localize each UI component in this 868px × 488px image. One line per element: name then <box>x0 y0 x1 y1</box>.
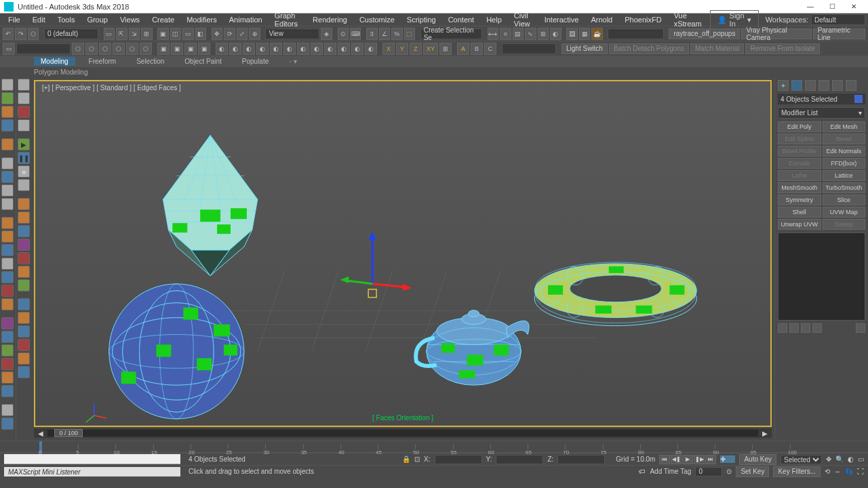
viewport-label[interactable]: [+] [ Perspective ] [ Standard ] [ Edged… <box>42 84 181 92</box>
pause-icon[interactable]: ❚❚ <box>18 152 30 164</box>
side-icon[interactable] <box>1 244 14 256</box>
modifier-button[interactable]: Edit Poly <box>778 121 821 132</box>
menu-interactive[interactable]: Interactive <box>539 14 585 25</box>
snap-toggle-icon[interactable]: 3 <box>366 28 377 40</box>
side-icon[interactable] <box>18 366 30 378</box>
perspective-viewport[interactable]: [+] [ Perspective ] [ Standard ] [ Edged… <box>34 80 772 427</box>
redo-icon[interactable]: ↷ <box>15 28 26 40</box>
tb2-v[interactable]: ◐ <box>365 43 377 55</box>
side-icon[interactable] <box>1 258 14 270</box>
side-icon[interactable] <box>1 285 14 297</box>
menu-customize[interactable]: Customize <box>354 14 400 25</box>
key-mode-select[interactable]: Selected <box>781 455 822 464</box>
side-icon[interactable] <box>18 92 30 104</box>
modifier-stack[interactable] <box>778 232 865 321</box>
side-icon[interactable] <box>18 298 30 310</box>
side-icon[interactable] <box>1 119 14 131</box>
tb2-f[interactable]: ⬡ <box>140 43 152 55</box>
layers-icon[interactable]: ▤ <box>513 28 524 40</box>
remove-isolate-button[interactable]: Remove From Isolate <box>745 43 820 54</box>
scale-icon[interactable]: ⤢ <box>237 28 248 40</box>
named-selset-combo[interactable]: Create Selection Se <box>420 28 482 39</box>
percent-snap-icon[interactable]: % <box>391 28 402 40</box>
side-icon[interactable] <box>18 266 30 278</box>
tb2-u[interactable]: ◐ <box>351 43 363 55</box>
configure-sets-icon[interactable] <box>856 323 865 333</box>
use-center-icon[interactable]: ◈ <box>321 28 332 40</box>
menu-civilview[interactable]: Civil View <box>509 10 538 29</box>
modifier-button[interactable]: Shell <box>778 207 821 218</box>
match-material-button[interactable]: Match Material <box>690 43 745 54</box>
modifier-button[interactable]: Edit Normals <box>823 146 866 157</box>
menu-file[interactable]: File <box>3 14 26 25</box>
link-icon[interactable]: ⬡ <box>28 28 39 40</box>
side-icon[interactable] <box>1 198 14 210</box>
modifier-button[interactable]: Lattice <box>823 170 866 181</box>
side-icon[interactable] <box>18 239 30 251</box>
select-link-icon[interactable]: ⇱ <box>116 28 127 40</box>
align-icon[interactable]: ≡ <box>500 28 511 40</box>
material-editor-icon[interactable]: ◐ <box>550 28 561 40</box>
isolate-icon[interactable]: ⊡ <box>414 455 420 463</box>
timeline-ruler[interactable]: 0 5 10 15 20 25 30 35 40 45 50 55 60 65 … <box>0 441 868 453</box>
shape-b-icon[interactable]: B <box>471 43 483 55</box>
modifier-list-combo[interactable]: Modifier List <box>778 107 865 119</box>
utilities-tab-icon[interactable] <box>846 80 856 91</box>
object-color-swatch[interactable] <box>854 95 863 103</box>
time-scrubber[interactable]: 0 / 100 <box>47 430 758 436</box>
modifier-button[interactable]: Unwrap UVW <box>778 219 821 230</box>
light-switch-button[interactable]: Light Switch <box>561 43 608 54</box>
side-icon[interactable] <box>1 358 14 370</box>
menu-animation[interactable]: Animation <box>224 14 268 25</box>
nav-walk-icon[interactable]: 👣 <box>845 468 853 475</box>
nav-pan-icon[interactable]: ✥ <box>826 455 831 463</box>
side-icon[interactable] <box>1 217 14 229</box>
select-manip-icon[interactable]: ⊙ <box>338 28 349 40</box>
ref-coord-combo[interactable]: View <box>265 28 319 39</box>
side-icon[interactable] <box>18 279 30 291</box>
autokey-button[interactable]: Auto Key <box>739 454 776 465</box>
time-position-label[interactable]: 0 / 100 <box>54 429 83 437</box>
batch-detach-button[interactable]: Batch Detach Polygons <box>609 43 689 54</box>
listener-output[interactable] <box>4 454 180 464</box>
select-icon[interactable]: ▭ <box>104 28 115 40</box>
side-icon[interactable] <box>1 371 14 384</box>
unique-icon[interactable] <box>801 323 810 333</box>
render-setup-icon[interactable]: 🖼 <box>566 28 577 40</box>
menu-rendering[interactable]: Rendering <box>307 14 353 25</box>
side-icon[interactable] <box>18 198 30 210</box>
parametric-line-button[interactable]: Parametric Line <box>813 28 865 39</box>
menu-help[interactable]: Help <box>481 14 507 25</box>
keyfilters-button[interactable]: Key Filters... <box>773 466 821 477</box>
setkey-button[interactable]: Set Key <box>736 466 769 477</box>
menu-graph-editors[interactable]: Graph Editors <box>269 10 306 29</box>
modifier-button[interactable]: TurboSmooth <box>823 182 866 193</box>
side-icon[interactable] <box>1 79 14 91</box>
menu-arnold[interactable]: Arnold <box>585 14 618 25</box>
modifier-button[interactable]: UVW Map <box>823 207 866 218</box>
tb2-d[interactable]: ⬡ <box>113 43 125 55</box>
axis-constraint-icon[interactable]: ⊞ <box>439 43 452 55</box>
window-minimize[interactable]: — <box>800 1 821 13</box>
key-toggle-icon[interactable]: ⊙ <box>726 468 732 475</box>
nav-dolly-icon[interactable]: ↔ <box>834 468 841 475</box>
ribbon-panel-label[interactable]: Polygon Modeling <box>0 67 868 77</box>
tb2-k[interactable]: ◐ <box>216 43 228 55</box>
tb2-q[interactable]: ◐ <box>297 43 309 55</box>
maxscript-listener[interactable]: MAXScript Mini Listener <box>4 467 180 476</box>
y-coord-field[interactable] <box>496 455 543 464</box>
next-frame-icon[interactable]: ❚▶ <box>694 455 705 464</box>
modifier-button[interactable]: FFD(box) <box>823 158 866 169</box>
add-time-tag-button[interactable]: Add Time Tag <box>650 468 691 475</box>
render-frame-icon[interactable]: ▦ <box>579 28 590 40</box>
tb2-c[interactable]: ⬡ <box>99 43 111 55</box>
tb2-r[interactable]: ◐ <box>311 43 323 55</box>
time-config-icon[interactable]: ✚ <box>720 455 735 463</box>
side-icon[interactable] <box>18 252 30 264</box>
side-icon[interactable] <box>18 312 30 324</box>
side-icon[interactable] <box>1 230 14 243</box>
create-tab-icon[interactable]: + <box>778 80 789 91</box>
axis-xy-button[interactable]: XY <box>423 43 438 55</box>
text-a-icon[interactable]: A <box>457 43 469 55</box>
menu-scripting[interactable]: Scripting <box>401 14 441 25</box>
